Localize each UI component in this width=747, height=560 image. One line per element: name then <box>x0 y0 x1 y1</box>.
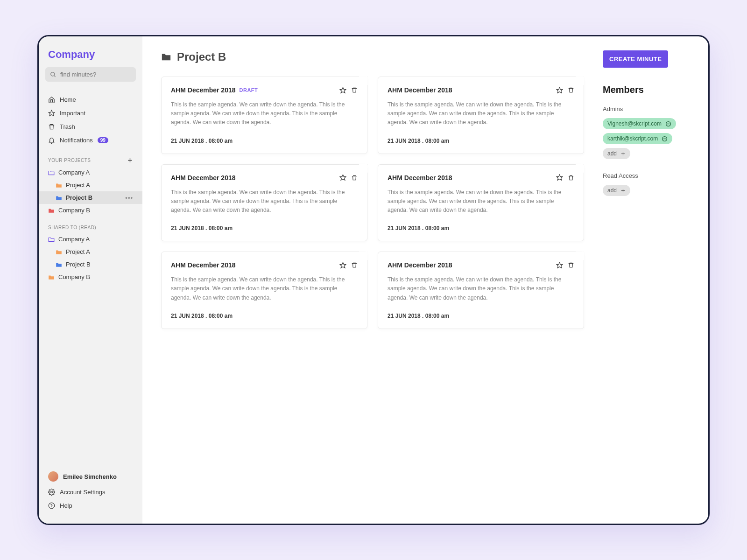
svg-point-0 <box>51 72 55 76</box>
nav-important[interactable]: Important <box>39 106 142 120</box>
folder-icon <box>56 249 62 255</box>
remove-icon[interactable] <box>665 121 671 127</box>
add-admin-button[interactable]: add <box>603 148 630 159</box>
search-input[interactable] <box>60 71 139 78</box>
minute-card[interactable]: AHM December 2018 This is the sample age… <box>378 77 584 154</box>
card-actions <box>339 262 358 269</box>
star-icon[interactable] <box>556 262 563 269</box>
members-title: Members <box>603 84 690 95</box>
star-icon[interactable] <box>339 87 346 94</box>
card-title: AHM December 2018 <box>388 86 452 94</box>
nav-label: Trash <box>60 123 75 130</box>
card-header: AHM December 2018 <box>171 261 358 269</box>
nav-label: Important <box>60 110 85 117</box>
svg-marker-9 <box>340 175 346 180</box>
card-title: AHM December 2018 <box>171 86 236 94</box>
svg-line-1 <box>54 75 56 77</box>
trash-icon[interactable] <box>568 87 574 93</box>
tree-label: Company A <box>58 236 90 243</box>
nav-help[interactable]: Help <box>39 499 142 512</box>
card-title: AHM December 2018 <box>388 174 452 182</box>
tree-project-b-active[interactable]: Project B ••• <box>39 191 142 204</box>
svg-marker-7 <box>340 87 346 93</box>
help-icon <box>48 502 55 509</box>
svg-marker-12 <box>557 262 563 268</box>
minute-card[interactable]: AHM December 2018 This is the sample age… <box>378 164 584 242</box>
card-actions <box>556 174 574 181</box>
nav-notifications[interactable]: Notifications 99 <box>39 133 142 147</box>
nav-label: Account Settings <box>60 489 106 496</box>
read-access-label: Read Access <box>603 172 690 179</box>
tree-shared-company-b[interactable]: Company B <box>39 271 142 283</box>
admin-email: Vignesh@skcript.com <box>607 120 662 127</box>
minute-card[interactable]: AHM December 2018 This is the sample age… <box>161 164 367 242</box>
admin-pill[interactable]: Vignesh@skcript.com <box>603 118 676 129</box>
star-icon[interactable] <box>556 174 563 181</box>
tree-shared-project-a[interactable]: Project A <box>39 245 142 258</box>
nav-home[interactable]: Home <box>39 93 142 106</box>
card-actions <box>556 262 574 269</box>
tree-company-b[interactable]: Company B <box>39 204 142 217</box>
star-icon[interactable] <box>339 174 346 181</box>
tree-company-a[interactable]: Company A <box>39 166 142 179</box>
tree-label: Company B <box>58 207 90 214</box>
card-actions <box>339 174 358 181</box>
nav-account-settings[interactable]: Account Settings <box>39 485 142 499</box>
card-title: AHM December 2018 <box>388 261 452 269</box>
card-title: AHM December 2018 <box>171 174 236 182</box>
user-profile[interactable]: Emilee Simchenko <box>39 468 142 485</box>
add-label: add <box>607 187 617 194</box>
card-actions <box>339 87 358 94</box>
trash-icon <box>48 123 55 130</box>
trash-icon[interactable] <box>568 262 574 268</box>
brand-logo: Company <box>39 36 142 67</box>
tree-shared-project-b[interactable]: Project B <box>39 258 142 271</box>
tree-project-a[interactable]: Project A <box>39 179 142 191</box>
star-icon[interactable] <box>556 87 563 94</box>
nav-trash[interactable]: Trash <box>39 120 142 133</box>
trash-icon[interactable] <box>351 175 358 181</box>
card-description: This is the sample agenda. We can write … <box>171 188 358 215</box>
card-date: 21 JUN 2018 . 08:00 am <box>388 313 574 319</box>
folder-outline-icon <box>48 237 55 242</box>
nav-label: Notifications <box>60 137 93 144</box>
minute-card[interactable]: AHM December 2018 DRAFT This is the samp… <box>161 77 367 154</box>
more-icon[interactable]: ••• <box>125 194 133 201</box>
section-label: YOUR PROJECTS <box>48 158 91 163</box>
folder-icon <box>161 52 171 62</box>
tree-label: Project B <box>66 261 91 268</box>
page-title: Project B <box>177 50 226 63</box>
minute-card[interactable]: AHM December 2018 This is the sample age… <box>161 252 367 329</box>
create-minute-button[interactable]: CREATE MINUTE <box>603 50 668 68</box>
tree-shared-company-a[interactable]: Company A <box>39 233 142 245</box>
admin-pill[interactable]: karthik@skcript.com <box>603 133 672 144</box>
remove-icon[interactable] <box>662 136 668 142</box>
section-your-projects: YOUR PROJECTS <box>39 149 142 166</box>
folder-icon <box>48 208 55 213</box>
folder-icon <box>48 274 55 280</box>
app-window: Company Home Important Trash Notificatio… <box>37 35 710 525</box>
content-area: Project B AHM December 2018 DRAFT This i… <box>161 50 584 510</box>
plus-icon[interactable] <box>127 157 133 163</box>
svg-marker-10 <box>557 175 563 180</box>
trash-icon[interactable] <box>568 175 574 181</box>
add-read-access-button[interactable]: add <box>603 185 630 196</box>
section-shared-read: SHARED TO (READ) <box>39 217 142 233</box>
right-panel: CREATE MINUTE Members Admins Vignesh@skc… <box>603 50 690 510</box>
search-box[interactable] <box>45 67 136 82</box>
section-label: SHARED TO (READ) <box>48 225 96 230</box>
admins-label: Admins <box>603 105 690 112</box>
card-date: 21 JUN 2018 . 08:00 am <box>171 138 358 144</box>
search-icon <box>50 71 56 78</box>
folder-icon <box>56 262 62 267</box>
draft-badge: DRAFT <box>240 87 258 93</box>
tree-label: Company A <box>58 169 90 176</box>
minute-card[interactable]: AHM December 2018 This is the sample age… <box>378 252 584 329</box>
trash-icon[interactable] <box>351 87 358 93</box>
star-icon[interactable] <box>339 262 346 269</box>
trash-icon[interactable] <box>351 262 358 268</box>
sidebar: Company Home Important Trash Notificatio… <box>39 36 142 524</box>
folder-icon <box>56 182 62 188</box>
tree-label: Project A <box>66 248 90 255</box>
tree-label: Project B <box>66 194 92 201</box>
